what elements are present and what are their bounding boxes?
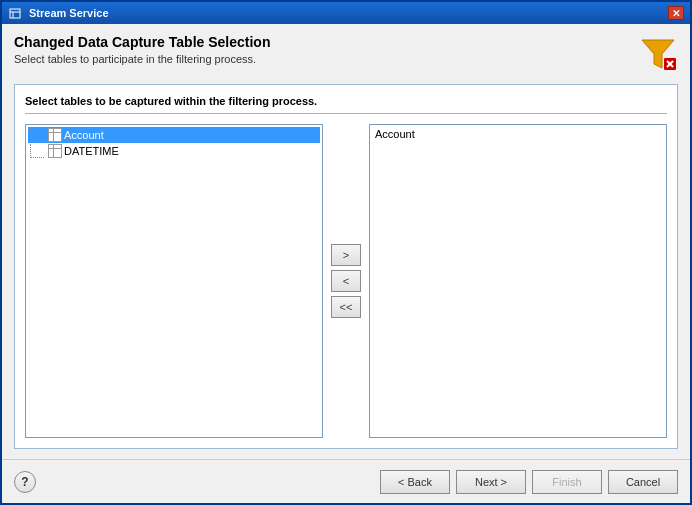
sub-title: Select tables to participate in the filt… xyxy=(14,53,638,65)
tables-area: Account DATETIME > < << xyxy=(25,124,667,438)
move-left-button[interactable]: < xyxy=(331,270,361,292)
move-all-left-button[interactable]: << xyxy=(331,296,361,318)
header-section: Changed Data Capture Table Selection Sel… xyxy=(14,34,678,74)
transfer-buttons: > < << xyxy=(323,124,369,438)
title-bar: Stream Service ✕ xyxy=(2,2,690,24)
right-panel[interactable]: Account xyxy=(369,124,667,438)
item-label: DATETIME xyxy=(64,145,119,157)
finish-button[interactable]: Finish xyxy=(532,470,602,494)
section-box: Select tables to be captured within the … xyxy=(14,84,678,449)
content-area: Changed Data Capture Table Selection Sel… xyxy=(2,24,690,459)
left-panel[interactable]: Account DATETIME xyxy=(25,124,323,438)
main-window: Stream Service ✕ Changed Data Capture Ta… xyxy=(0,0,692,505)
list-item[interactable]: Account xyxy=(372,127,664,141)
list-item[interactable]: DATETIME xyxy=(28,143,320,159)
section-label: Select tables to be captured within the … xyxy=(25,95,667,114)
next-button[interactable]: Next > xyxy=(456,470,526,494)
move-right-button[interactable]: > xyxy=(331,244,361,266)
item-label: Account xyxy=(375,128,415,140)
footer-left: ? xyxy=(14,471,36,493)
back-button[interactable]: < Back xyxy=(380,470,450,494)
window-title: Stream Service xyxy=(29,7,109,19)
header-text: Changed Data Capture Table Selection Sel… xyxy=(14,34,638,65)
table-icon xyxy=(48,128,62,142)
list-item[interactable]: Account xyxy=(28,127,320,143)
table-icon xyxy=(48,144,62,158)
tree-connector xyxy=(30,128,44,142)
tree-connector xyxy=(30,144,44,158)
footer: ? < Back Next > Finish Cancel xyxy=(2,459,690,503)
svg-rect-0 xyxy=(10,9,20,18)
cancel-button[interactable]: Cancel xyxy=(608,470,678,494)
help-button[interactable]: ? xyxy=(14,471,36,493)
title-bar-left: Stream Service xyxy=(8,5,109,21)
close-button[interactable]: ✕ xyxy=(668,6,684,20)
footer-right: < Back Next > Finish Cancel xyxy=(380,470,678,494)
main-title: Changed Data Capture Table Selection xyxy=(14,34,638,50)
item-label: Account xyxy=(64,129,104,141)
app-icon xyxy=(8,5,24,21)
filter-icon xyxy=(638,34,678,74)
